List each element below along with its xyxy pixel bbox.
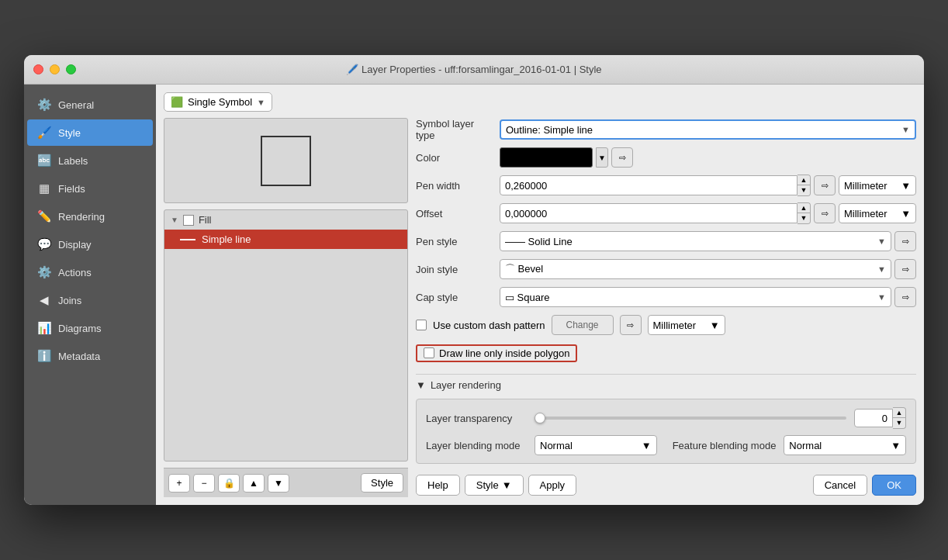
sidebar-item-metadata[interactable]: ℹ️ Metadata [27,343,153,369]
dash-unit-dropdown[interactable]: Millimeter ▼ [648,315,725,335]
offset-input-wrap: ▲ ▼ [500,202,811,224]
sidebar-item-general[interactable]: ⚙️ General [27,92,153,118]
offset-up[interactable]: ▲ [797,203,810,213]
sidebar-item-joins[interactable]: ◀ Joins [27,287,153,313]
fields-icon: ▦ [36,181,52,196]
main-window: 🖊️ Layer Properties - uff:forsamlingar_2… [24,55,924,505]
pen-width-label: Pen width [416,180,493,192]
copy-icon-4: ⇨ [902,237,909,247]
move-down-button[interactable]: ▼ [268,474,289,493]
help-button[interactable]: Help [416,475,460,496]
custom-dash-checkbox[interactable] [416,320,427,330]
pen-style-label: Pen style [416,236,493,247]
style-button[interactable]: Style ▼ [465,475,524,496]
offset-label: Offset [416,208,493,220]
layer-rendering-title: Layer rendering [431,379,501,391]
join-style-copy-button[interactable]: ⇨ [894,259,916,279]
ok-button[interactable]: OK [872,475,916,496]
blend-mode-dropdown[interactable]: Normal ▼ [535,435,657,455]
transparency-row: Layer transparency ▲ ▼ [426,407,906,429]
offset-unit-dropdown[interactable]: Millimeter ▼ [839,203,916,223]
maximize-button[interactable] [66,64,76,74]
move-up-button[interactable]: ▲ [243,474,265,493]
cap-style-chevron-icon: ▼ [877,292,886,302]
layer-list-header: ▼ Fill [164,210,407,230]
pen-width-copy-button[interactable]: ⇨ [814,175,836,195]
sidebar-item-fields[interactable]: ▦ Fields [27,175,153,202]
feature-blend-label: Feature blending mode [673,440,777,451]
transparency-slider-thumb[interactable] [535,413,545,423]
offset-input[interactable] [500,203,797,223]
section-expand-arrow-icon: ▼ [416,379,426,391]
lock-layer-button[interactable]: 🔒 [218,474,240,493]
cancel-button[interactable]: Cancel [813,475,867,496]
dash-unit-chevron-icon: ▼ [710,320,720,331]
feature-blend-chevron-icon: ▼ [891,440,901,451]
transparency-up[interactable]: ▲ [893,408,905,418]
sidebar-item-style[interactable]: 🖌️ Style [27,119,153,146]
pen-width-unit-dropdown[interactable]: Millimeter ▼ [839,175,916,195]
blend-mode-row: Layer blending mode Normal ▼ Feature ble… [426,435,906,455]
layer-actions: + − 🔒 ▲ ▼ [164,468,408,497]
close-button[interactable] [33,64,43,74]
offset-row: Offset ▲ ▼ ⇨ [416,202,916,225]
symbol-layer-type-label: Symbol layer type [416,118,493,141]
save-button[interactable]: Style [361,473,403,493]
diagrams-icon: 📊 [36,320,52,336]
transparency-slider-track[interactable] [535,417,846,420]
chevron-down-icon: ▼ [257,98,265,107]
sidebar-item-display[interactable]: 💬 Display [27,231,153,258]
expand-arrow-icon: ▼ [171,216,178,224]
title-icon: 🖊️ [346,64,362,75]
feature-blend-dropdown[interactable]: Normal ▼ [784,435,906,455]
blend-mode-label: Layer blending mode [426,440,527,451]
join-style-row: Join style ⌒ Bevel ▼ ⇨ [416,258,916,281]
join-style-dropdown[interactable]: ⌒ Bevel ▼ [500,259,891,279]
symbol-type-dropdown[interactable]: 🟩 Single Symbol ▼ [164,92,272,112]
apply-button[interactable]: Apply [528,475,577,496]
pen-width-spin: ▲ ▼ [797,175,811,196]
plus-icon: + [176,478,182,489]
transparency-down[interactable]: ▼ [893,418,905,428]
add-layer-button[interactable]: + [168,474,190,493]
transparency-value-input[interactable] [854,409,893,427]
cap-style-copy-button[interactable]: ⇨ [894,287,916,307]
pen-style-chevron-icon: ▼ [877,237,886,246]
copy-data-button[interactable]: ⇨ [611,147,633,168]
cap-style-dropdown[interactable]: ▭ Square ▼ [500,287,891,307]
symbol-preview [164,118,408,203]
pen-width-down[interactable]: ▼ [797,185,810,195]
symbol-layer-type-row: Symbol layer type Outline: Simple line ▼ [416,118,916,141]
transparency-spin: ▲ ▼ [893,407,906,429]
pen-style-dropdown[interactable]: —— Solid Line ▼ [500,231,891,251]
pen-width-input[interactable] [500,175,797,195]
change-dash-button[interactable]: Change [552,315,614,335]
copy-icon-3: ⇨ [822,209,829,219]
offset-down[interactable]: ▼ [797,213,810,223]
color-swatch[interactable] [500,147,593,168]
cap-style-row: Cap style ▭ Square ▼ ⇨ [416,285,916,309]
offset-copy-button[interactable]: ⇨ [814,203,836,223]
color-arrow-button[interactable]: ▼ [596,147,608,168]
sidebar: ⚙️ General 🖌️ Style 🔤 Labels ▦ Fields ✏️… [24,85,156,505]
minus-icon: − [201,478,206,489]
layer-item-simple-line[interactable]: Simple line [164,230,407,249]
sidebar-item-diagrams[interactable]: 📊 Diagrams [27,315,153,341]
custom-dash-label: Use custom dash pattern [433,320,545,331]
pen-style-copy-button[interactable]: ⇨ [894,231,916,251]
sidebar-item-actions[interactable]: ⚙️ Actions [27,259,153,285]
rendering-icon: ✏️ [36,209,52,224]
draw-inside-checkbox[interactable] [424,347,434,358]
sidebar-item-labels[interactable]: 🔤 Labels [27,147,153,174]
offset-control: ▲ ▼ ⇨ Millimeter ▼ [500,202,916,224]
symbol-square-preview [261,136,311,186]
symbol-layer-type-dropdown[interactable]: Outline: Simple line ▼ [500,119,916,140]
copy-icon-2: ⇨ [822,181,829,191]
pen-width-up[interactable]: ▲ [797,175,810,185]
general-icon: ⚙️ [36,97,52,112]
minimize-button[interactable] [50,64,60,74]
layer-checkbox[interactable] [183,215,194,226]
dash-copy-button[interactable]: ⇨ [620,315,642,335]
sidebar-item-rendering[interactable]: ✏️ Rendering [27,203,153,230]
remove-layer-button[interactable]: − [193,474,215,493]
